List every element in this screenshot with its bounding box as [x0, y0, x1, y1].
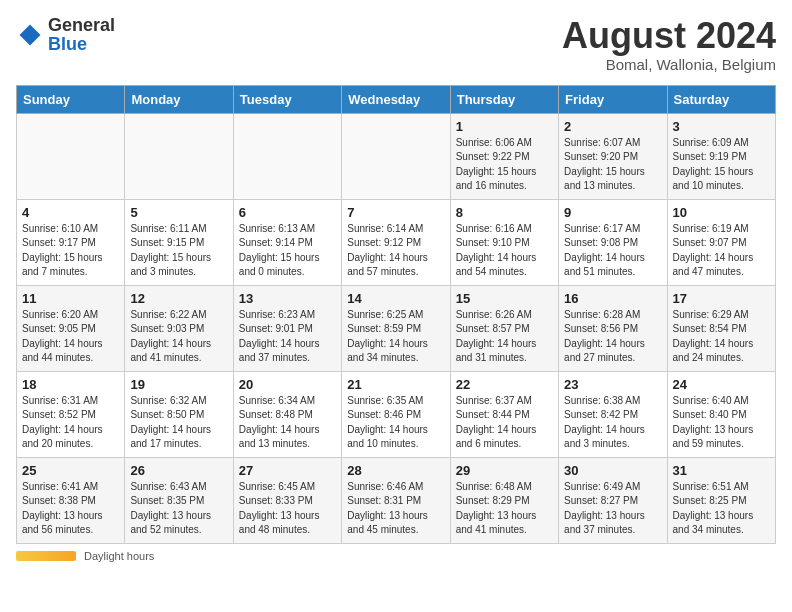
month-title: August 2024 [562, 16, 776, 56]
day-number: 1 [456, 119, 553, 134]
header-friday: Friday [559, 85, 667, 113]
calendar-week-row: 18Sunrise: 6:31 AM Sunset: 8:52 PM Dayli… [17, 371, 776, 457]
calendar-cell: 25Sunrise: 6:41 AM Sunset: 8:38 PM Dayli… [17, 457, 125, 543]
day-number: 28 [347, 463, 444, 478]
day-info: Sunrise: 6:19 AM Sunset: 9:07 PM Dayligh… [673, 222, 770, 280]
day-number: 16 [564, 291, 661, 306]
calendar-cell: 19Sunrise: 6:32 AM Sunset: 8:50 PM Dayli… [125, 371, 233, 457]
day-info: Sunrise: 6:31 AM Sunset: 8:52 PM Dayligh… [22, 394, 119, 452]
calendar-cell: 29Sunrise: 6:48 AM Sunset: 8:29 PM Dayli… [450, 457, 558, 543]
day-info: Sunrise: 6:48 AM Sunset: 8:29 PM Dayligh… [456, 480, 553, 538]
logo-icon [16, 21, 44, 49]
location-subtitle: Bomal, Wallonia, Belgium [562, 56, 776, 73]
day-number: 29 [456, 463, 553, 478]
calendar-cell: 28Sunrise: 6:46 AM Sunset: 8:31 PM Dayli… [342, 457, 450, 543]
day-number: 31 [673, 463, 770, 478]
calendar-cell: 18Sunrise: 6:31 AM Sunset: 8:52 PM Dayli… [17, 371, 125, 457]
day-number: 26 [130, 463, 227, 478]
daylight-label: Daylight hours [84, 550, 154, 562]
day-number: 15 [456, 291, 553, 306]
day-number: 7 [347, 205, 444, 220]
day-info: Sunrise: 6:45 AM Sunset: 8:33 PM Dayligh… [239, 480, 336, 538]
calendar-cell: 10Sunrise: 6:19 AM Sunset: 9:07 PM Dayli… [667, 199, 775, 285]
day-number: 12 [130, 291, 227, 306]
calendar-cell: 16Sunrise: 6:28 AM Sunset: 8:56 PM Dayli… [559, 285, 667, 371]
calendar-header-row: SundayMondayTuesdayWednesdayThursdayFrid… [17, 85, 776, 113]
day-number: 2 [564, 119, 661, 134]
daylight-bar-icon [16, 551, 76, 561]
header-saturday: Saturday [667, 85, 775, 113]
header-monday: Monday [125, 85, 233, 113]
header-thursday: Thursday [450, 85, 558, 113]
calendar-cell: 9Sunrise: 6:17 AM Sunset: 9:08 PM Daylig… [559, 199, 667, 285]
day-number: 17 [673, 291, 770, 306]
day-info: Sunrise: 6:14 AM Sunset: 9:12 PM Dayligh… [347, 222, 444, 280]
calendar-week-row: 25Sunrise: 6:41 AM Sunset: 8:38 PM Dayli… [17, 457, 776, 543]
calendar-week-row: 11Sunrise: 6:20 AM Sunset: 9:05 PM Dayli… [17, 285, 776, 371]
day-info: Sunrise: 6:26 AM Sunset: 8:57 PM Dayligh… [456, 308, 553, 366]
day-info: Sunrise: 6:41 AM Sunset: 8:38 PM Dayligh… [22, 480, 119, 538]
calendar-cell [17, 113, 125, 199]
calendar-cell: 2Sunrise: 6:07 AM Sunset: 9:20 PM Daylig… [559, 113, 667, 199]
day-info: Sunrise: 6:11 AM Sunset: 9:15 PM Dayligh… [130, 222, 227, 280]
day-info: Sunrise: 6:13 AM Sunset: 9:14 PM Dayligh… [239, 222, 336, 280]
day-number: 24 [673, 377, 770, 392]
calendar-cell: 30Sunrise: 6:49 AM Sunset: 8:27 PM Dayli… [559, 457, 667, 543]
day-info: Sunrise: 6:51 AM Sunset: 8:25 PM Dayligh… [673, 480, 770, 538]
calendar-week-row: 1Sunrise: 6:06 AM Sunset: 9:22 PM Daylig… [17, 113, 776, 199]
calendar-cell: 6Sunrise: 6:13 AM Sunset: 9:14 PM Daylig… [233, 199, 341, 285]
day-number: 14 [347, 291, 444, 306]
day-info: Sunrise: 6:17 AM Sunset: 9:08 PM Dayligh… [564, 222, 661, 280]
day-number: 10 [673, 205, 770, 220]
calendar-cell: 5Sunrise: 6:11 AM Sunset: 9:15 PM Daylig… [125, 199, 233, 285]
day-number: 6 [239, 205, 336, 220]
day-number: 5 [130, 205, 227, 220]
day-number: 25 [22, 463, 119, 478]
day-info: Sunrise: 6:25 AM Sunset: 8:59 PM Dayligh… [347, 308, 444, 366]
day-info: Sunrise: 6:28 AM Sunset: 8:56 PM Dayligh… [564, 308, 661, 366]
calendar-table: SundayMondayTuesdayWednesdayThursdayFrid… [16, 85, 776, 544]
svg-marker-0 [20, 25, 41, 46]
header-wednesday: Wednesday [342, 85, 450, 113]
calendar-cell: 12Sunrise: 6:22 AM Sunset: 9:03 PM Dayli… [125, 285, 233, 371]
day-info: Sunrise: 6:29 AM Sunset: 8:54 PM Dayligh… [673, 308, 770, 366]
logo-text-blue: Blue [48, 34, 87, 54]
day-number: 19 [130, 377, 227, 392]
day-number: 22 [456, 377, 553, 392]
day-number: 20 [239, 377, 336, 392]
day-number: 8 [456, 205, 553, 220]
calendar-cell: 22Sunrise: 6:37 AM Sunset: 8:44 PM Dayli… [450, 371, 558, 457]
day-info: Sunrise: 6:37 AM Sunset: 8:44 PM Dayligh… [456, 394, 553, 452]
logo: General Blue [16, 16, 115, 54]
calendar-cell: 3Sunrise: 6:09 AM Sunset: 9:19 PM Daylig… [667, 113, 775, 199]
calendar-cell: 1Sunrise: 6:06 AM Sunset: 9:22 PM Daylig… [450, 113, 558, 199]
day-number: 11 [22, 291, 119, 306]
calendar-cell: 21Sunrise: 6:35 AM Sunset: 8:46 PM Dayli… [342, 371, 450, 457]
day-info: Sunrise: 6:32 AM Sunset: 8:50 PM Dayligh… [130, 394, 227, 452]
calendar-week-row: 4Sunrise: 6:10 AM Sunset: 9:17 PM Daylig… [17, 199, 776, 285]
calendar-cell: 17Sunrise: 6:29 AM Sunset: 8:54 PM Dayli… [667, 285, 775, 371]
calendar-cell: 27Sunrise: 6:45 AM Sunset: 8:33 PM Dayli… [233, 457, 341, 543]
day-info: Sunrise: 6:49 AM Sunset: 8:27 PM Dayligh… [564, 480, 661, 538]
day-info: Sunrise: 6:23 AM Sunset: 9:01 PM Dayligh… [239, 308, 336, 366]
calendar-cell: 11Sunrise: 6:20 AM Sunset: 9:05 PM Dayli… [17, 285, 125, 371]
footer-note: Daylight hours [16, 550, 776, 562]
calendar-cell [233, 113, 341, 199]
day-number: 9 [564, 205, 661, 220]
day-info: Sunrise: 6:16 AM Sunset: 9:10 PM Dayligh… [456, 222, 553, 280]
calendar-cell: 13Sunrise: 6:23 AM Sunset: 9:01 PM Dayli… [233, 285, 341, 371]
day-info: Sunrise: 6:09 AM Sunset: 9:19 PM Dayligh… [673, 136, 770, 194]
calendar-cell [125, 113, 233, 199]
calendar-cell: 8Sunrise: 6:16 AM Sunset: 9:10 PM Daylig… [450, 199, 558, 285]
calendar-cell: 15Sunrise: 6:26 AM Sunset: 8:57 PM Dayli… [450, 285, 558, 371]
calendar-cell: 23Sunrise: 6:38 AM Sunset: 8:42 PM Dayli… [559, 371, 667, 457]
day-info: Sunrise: 6:07 AM Sunset: 9:20 PM Dayligh… [564, 136, 661, 194]
calendar-cell: 4Sunrise: 6:10 AM Sunset: 9:17 PM Daylig… [17, 199, 125, 285]
day-info: Sunrise: 6:22 AM Sunset: 9:03 PM Dayligh… [130, 308, 227, 366]
logo-text-general: General [48, 15, 115, 35]
day-info: Sunrise: 6:10 AM Sunset: 9:17 PM Dayligh… [22, 222, 119, 280]
day-number: 18 [22, 377, 119, 392]
day-number: 21 [347, 377, 444, 392]
day-info: Sunrise: 6:35 AM Sunset: 8:46 PM Dayligh… [347, 394, 444, 452]
day-number: 23 [564, 377, 661, 392]
